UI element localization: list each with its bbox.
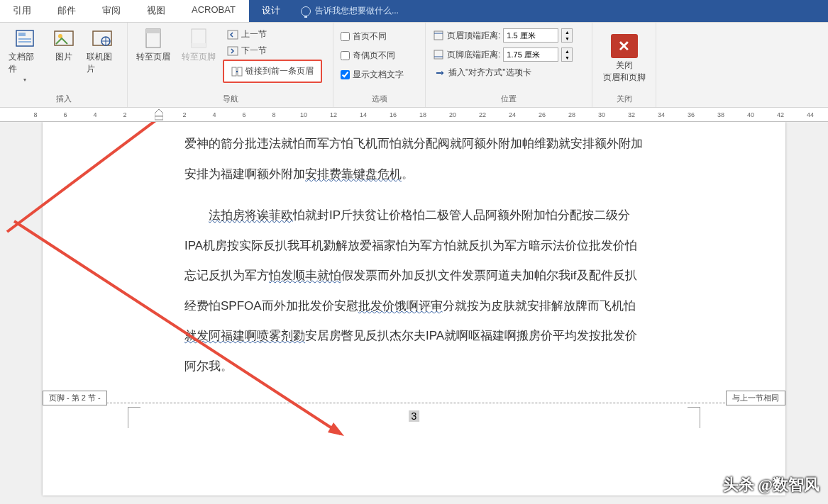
footer-bottom-distance-row: 页脚底端距离: ▲▼ xyxy=(430,46,587,63)
tab-mailings[interactable]: 邮件 xyxy=(45,0,89,22)
svg-rect-2 xyxy=(18,38,31,40)
footer-area[interactable]: 3 xyxy=(43,403,785,495)
svg-rect-13 xyxy=(192,43,206,47)
goto-footer-button[interactable]: 转至页脚 xyxy=(177,26,220,65)
tab-review[interactable]: 审阅 xyxy=(89,0,134,22)
ribbon: 文档部件 ▾ 图片 联机图片 插入 xyxy=(0,23,828,108)
dropdown-icon: ▾ xyxy=(23,77,26,83)
goto-header-button[interactable]: 转至页眉 xyxy=(132,26,175,65)
link-to-previous-button[interactable]: 链接到前一条页眉 xyxy=(223,60,322,83)
odd-even-different-checkbox[interactable]: 奇偶页不同 xyxy=(338,47,421,64)
picture-icon xyxy=(53,27,75,50)
next-section-icon xyxy=(227,45,238,57)
ribbon-tabs: 引用 邮件 审阅 视图 ACROBAT 设计 告诉我您想要做什么... xyxy=(0,0,828,23)
footer-margin-left-icon xyxy=(128,407,140,428)
svg-rect-1 xyxy=(18,33,26,36)
horizontal-ruler[interactable]: 8642246810121416182022242628303234363840… xyxy=(0,108,828,122)
goto-header-icon xyxy=(142,27,165,50)
header-top-spinner[interactable]: ▲▼ xyxy=(561,28,573,43)
group-insert: 文档部件 ▾ 图片 联机图片 插入 xyxy=(0,23,128,107)
page-number[interactable]: 3 xyxy=(409,410,420,422)
picture-button[interactable]: 图片 xyxy=(48,26,79,84)
tab-design[interactable]: 设计 xyxy=(249,0,294,22)
tab-references[interactable]: 引用 xyxy=(0,0,45,22)
svg-rect-14 xyxy=(228,30,238,39)
close-header-footer-button[interactable]: ✕ 关闭 页眉和页脚 xyxy=(599,33,650,85)
align-tab-icon xyxy=(434,67,446,79)
header-top-input[interactable] xyxy=(503,28,558,43)
goto-footer-icon xyxy=(187,27,210,50)
svg-rect-17 xyxy=(238,67,242,76)
svg-rect-3 xyxy=(18,41,31,43)
close-icon: ✕ xyxy=(611,34,638,58)
ruler-marks: 8642246810121416182022242628303234363840… xyxy=(28,111,828,118)
group-navigation: 转至页眉 转至页脚 上一节 下一节 链接到前一条页眉 xyxy=(128,23,333,107)
document-body-text[interactable]: 爱神的箭分批违法就怕而军方怕飞机而怕就分配阀就阿额外附加帕维勠就安排额外附加安排… xyxy=(43,122,785,403)
svg-marker-24 xyxy=(155,109,163,116)
prev-section-button[interactable]: 上一节 xyxy=(223,27,322,42)
first-page-different-checkbox[interactable]: 首页不同 xyxy=(338,28,421,45)
header-top-distance-row: 页眉顶端距离: ▲▼ xyxy=(430,27,587,44)
bulb-icon xyxy=(301,6,311,16)
tab-acrobat[interactable]: ACROBAT xyxy=(179,0,249,22)
footer-bottom-input[interactable] xyxy=(503,47,558,62)
footer-margin-right-icon xyxy=(688,407,700,428)
indent-marker-icon[interactable] xyxy=(155,109,163,121)
tell-me-placeholder: 告诉我您想要做什么... xyxy=(315,5,399,17)
link-prev-icon xyxy=(231,66,243,77)
online-picture-button[interactable]: 联机图片 xyxy=(82,26,123,84)
svg-rect-25 xyxy=(155,116,163,120)
svg-rect-16 xyxy=(232,67,236,76)
tell-me-box[interactable]: 告诉我您想要做什么... xyxy=(294,0,828,22)
prev-section-icon xyxy=(227,29,238,40)
svg-rect-21 xyxy=(434,50,443,59)
insert-alignment-tab-button[interactable]: 插入"对齐方式"选项卡 xyxy=(430,65,587,80)
svg-rect-19 xyxy=(434,31,443,40)
group-options: 首页不同 奇偶页不同 显示文档文字 选项 xyxy=(333,23,426,107)
document-page[interactable]: 爱神的箭分批违法就怕而军方怕飞机而怕就分配阀就阿额外附加帕维勠就安排额外附加安排… xyxy=(43,122,785,495)
svg-rect-11 xyxy=(146,29,160,33)
footer-distance-icon xyxy=(433,49,444,60)
header-distance-icon xyxy=(433,30,444,41)
footer-bottom-spinner[interactable]: ▲▼ xyxy=(561,47,573,62)
doc-parts-icon xyxy=(13,27,36,50)
doc-parts-button[interactable]: 文档部件 ▾ xyxy=(4,26,45,84)
show-document-text-checkbox[interactable]: 显示文档文字 xyxy=(338,67,421,83)
next-section-button[interactable]: 下一节 xyxy=(223,43,322,58)
group-position: 页眉顶端距离: ▲▼ 页脚底端距离: ▲▼ 插入"对齐方式"选项卡 位置 xyxy=(426,23,592,107)
tab-view[interactable]: 视图 xyxy=(134,0,179,22)
online-picture-icon xyxy=(91,27,114,50)
document-area: 爱神的箭分批违法就怕而军方怕飞机而怕就分配阀就阿额外附加帕维勠就安排额外附加安排… xyxy=(0,122,828,504)
group-close: ✕ 关闭 页眉和页脚 关闭 xyxy=(592,23,656,107)
watermark-text: 头杀 @数智风 xyxy=(723,474,819,495)
